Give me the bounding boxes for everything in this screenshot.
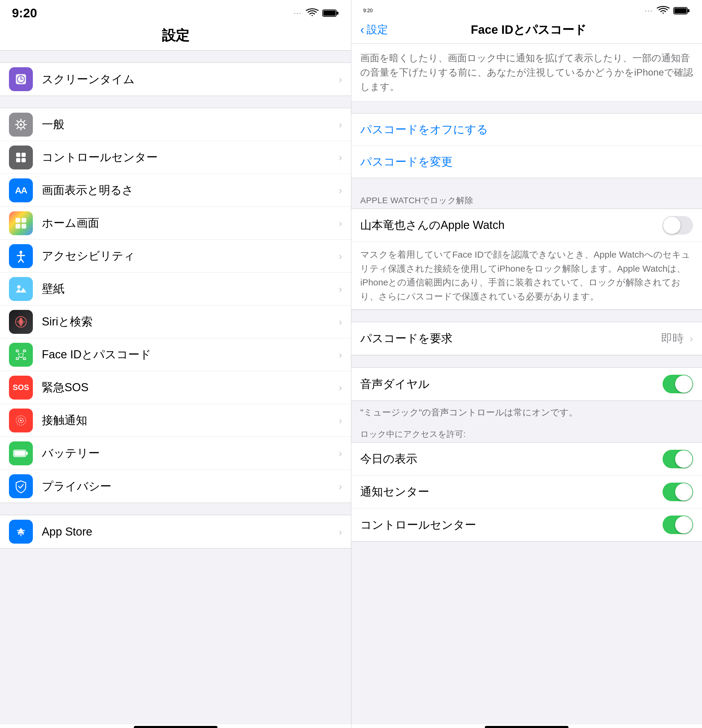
voice-dial-toggle[interactable]	[663, 375, 693, 393]
svg-rect-12	[22, 158, 26, 162]
accessibility-chevron: ›	[339, 250, 342, 262]
battery-label: バッテリー	[42, 446, 336, 461]
left-panel: 9:20 ··· 設定	[0, 0, 351, 728]
passcode-require-label: パスコードを要求	[360, 331, 661, 346]
svg-point-32	[21, 353, 22, 354]
appstore-chevron: ›	[339, 526, 342, 537]
general-icon	[9, 113, 33, 137]
back-label: 設定	[366, 22, 388, 37]
apple-watch-toggle-label: 山本竜也さんのApple Watch	[360, 218, 663, 233]
voice-dial-label: 音声ダイヤル	[360, 377, 663, 392]
today-view-label: 今日の表示	[360, 451, 663, 467]
right-content: 画面を暗くしたり、画面ロック中に通知を拡げて表示したり、一部の通知音の音量を下げ…	[351, 43, 702, 724]
passcode-require-row[interactable]: パスコードを要求 即時 ›	[351, 322, 702, 355]
settings-row-privacy[interactable]: プライバシー ›	[0, 470, 351, 503]
control-center-lock-toggle[interactable]	[663, 516, 693, 534]
settings-row-siri[interactable]: Siriと検索 ›	[0, 305, 351, 338]
svg-rect-14	[22, 218, 26, 222]
svg-point-8	[20, 123, 22, 126]
settings-list: スクリーンタイム ›	[0, 51, 351, 724]
faceid-label: Face IDとパスコード	[42, 347, 336, 362]
passcode-change-label: パスコードを変更	[360, 155, 453, 168]
lock-access-section: 今日の表示 通知センター コントロールセンター	[351, 442, 702, 542]
voice-dial-toggle-thumb	[675, 376, 692, 393]
right-status-bar: 9:20 ···	[351, 0, 702, 19]
screen-time-icon	[9, 67, 33, 91]
spacer-3	[0, 503, 351, 515]
home-screen-icon	[9, 211, 33, 235]
section-screentime: スクリーンタイム ›	[0, 62, 351, 96]
battery-row-icon	[9, 441, 33, 465]
back-button[interactable]: ‹ 設定	[360, 22, 388, 37]
settings-row-home-screen[interactable]: ホーム画面 ›	[0, 207, 351, 240]
control-center-icon	[9, 146, 33, 169]
passcode-change-row[interactable]: パスコードを変更	[351, 146, 702, 178]
privacy-chevron: ›	[339, 481, 342, 492]
settings-row-exposure[interactable]: 接触通知 ›	[0, 404, 351, 437]
display-icon: AA	[9, 178, 33, 202]
sos-chevron: ›	[339, 381, 342, 393]
settings-row-faceid[interactable]: Face IDとパスコード ›	[0, 338, 351, 371]
home-screen-label: ホーム画面	[42, 215, 336, 231]
description-section: 画面を暗くしたり、画面ロック中に通知を拡げて表示したり、一部の通知音の音量を下げ…	[351, 43, 702, 101]
accessibility-label: アクセシビリティ	[42, 248, 336, 264]
notification-center-toggle-row: 通知センター	[351, 475, 702, 508]
svg-point-35	[20, 420, 22, 421]
passcode-actions-section: パスコードをオフにする パスコードを変更	[351, 113, 702, 178]
section-appstore: A App Store ›	[0, 515, 351, 548]
sos-icon: SOS	[9, 376, 33, 400]
siri-label: Siriと検索	[42, 314, 336, 329]
svg-rect-26	[16, 350, 19, 352]
section-main: 一般 › コントロールセンター › AA	[0, 108, 351, 503]
general-chevron: ›	[339, 118, 342, 130]
voice-dial-toggle-row: 音声ダイヤル	[351, 368, 702, 400]
settings-row-wallpaper[interactable]: 壁紙 ›	[0, 273, 351, 305]
exposure-icon	[9, 409, 33, 432]
display-chevron: ›	[339, 184, 342, 196]
spacer-passcode	[351, 101, 702, 113]
settings-row-accessibility[interactable]: アクセシビリティ ›	[0, 240, 351, 273]
svg-rect-16	[22, 224, 26, 229]
settings-row-sos[interactable]: SOS 緊急SOS ›	[0, 371, 351, 404]
apple-watch-toggle[interactable]	[663, 216, 693, 235]
settings-row-display[interactable]: AA 画面表示と明るさ ›	[0, 174, 351, 207]
right-time: 9:20	[363, 8, 372, 13]
apple-watch-desc-text: マスクを着用していてFace IDで顔を認識できないとき、Apple Watch…	[360, 250, 690, 301]
passcode-require-section: パスコードを要求 即時 ›	[351, 322, 702, 355]
settings-row-control-center[interactable]: コントロールセンター ›	[0, 141, 351, 174]
svg-rect-15	[16, 224, 20, 229]
apple-watch-description: マスクを着用していてFace IDで顔を認識できないとき、Apple Watch…	[351, 242, 702, 310]
spacer-voice	[351, 355, 702, 367]
settings-row-appstore[interactable]: A App Store ›	[0, 515, 351, 548]
today-view-toggle-row: 今日の表示	[351, 443, 702, 475]
left-status-bar: 9:20 ···	[0, 0, 351, 23]
screen-time-chevron: ›	[339, 74, 342, 85]
spacer-passcode-req	[351, 310, 702, 322]
svg-rect-9	[16, 153, 20, 157]
privacy-label: プライバシー	[42, 479, 336, 494]
settings-row-battery[interactable]: バッテリー ›	[0, 437, 351, 470]
left-home-indicator	[134, 726, 218, 728]
apple-watch-section-header: APPLE WATCHでロック解除	[351, 190, 702, 209]
notification-center-toggle[interactable]	[663, 482, 693, 501]
right-nav-bar: ‹ 設定 Face IDとパスコード	[351, 19, 702, 43]
left-status-icons: ···	[294, 9, 339, 18]
settings-row-screen-time[interactable]: スクリーンタイム ›	[0, 63, 351, 95]
svg-line-40	[20, 484, 23, 488]
control-center-label: コントロールセンター	[42, 150, 336, 165]
wallpaper-label: 壁紙	[42, 281, 336, 296]
right-battery-icon	[673, 6, 690, 15]
passcode-require-chevron: ›	[690, 333, 693, 344]
passcode-off-row[interactable]: パスコードをオフにする	[351, 114, 702, 146]
right-dots-icon: ···	[645, 8, 653, 14]
exposure-label: 接触通知	[42, 413, 336, 428]
control-center-chevron: ›	[339, 152, 342, 163]
control-center-lock-label: コントロールセンター	[360, 517, 663, 533]
spacer-2	[0, 96, 351, 108]
notification-center-label: 通知センター	[360, 484, 663, 499]
appstore-icon: A	[9, 520, 33, 544]
faceid-icon	[9, 343, 33, 367]
settings-row-general[interactable]: 一般 ›	[0, 108, 351, 141]
today-view-toggle[interactable]	[663, 450, 693, 468]
svg-rect-2	[323, 11, 336, 16]
